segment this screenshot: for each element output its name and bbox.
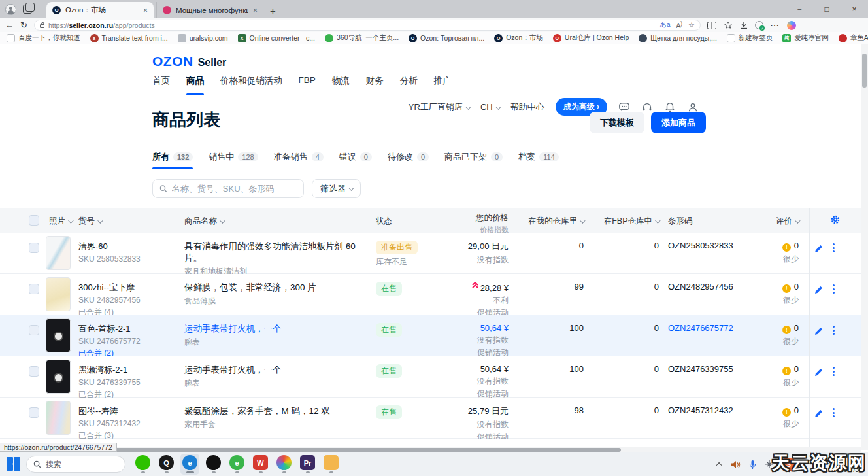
bookmark-item[interactable]: O Ozon：市场 [494, 33, 543, 42]
edit-pencil-button[interactable] [814, 285, 824, 295]
table-row[interactable]: 图岑--寿涛 SKU 2457312432 已合并 (3) 聚氨酯涂层，家务手套… [0, 398, 861, 439]
notifications-bell-icon[interactable] [664, 101, 676, 113]
bookmark-item[interactable]: a Translate text from i... [90, 34, 168, 42]
bookmark-item[interactable]: uralsvip.com [178, 34, 228, 42]
table-settings-gear-icon[interactable] [830, 214, 841, 225]
more-actions-button[interactable] [833, 326, 835, 335]
more-actions-button[interactable] [833, 284, 835, 294]
language-selector[interactable]: CH [480, 102, 499, 112]
refresh-icon[interactable]: ↻ [20, 20, 27, 30]
edit-pencil-button[interactable] [814, 367, 824, 377]
filter-tab[interactable]: 准备销售 4 [274, 151, 324, 169]
filters-button[interactable]: 筛选器 [312, 179, 361, 198]
new-tab-button[interactable]: + [270, 5, 276, 16]
edit-pencil-button[interactable] [814, 326, 824, 336]
start-button[interactable] [7, 457, 21, 471]
taskbar-app[interactable] [133, 454, 152, 475]
edit-pencil-button[interactable] [814, 244, 824, 254]
ozon-logo[interactable]: OZON [152, 54, 193, 69]
microphone-icon[interactable] [749, 460, 756, 469]
table-row[interactable]: 300zhi--宝下摩 SKU 2482957456 已合并 (4) 保鲜膜，包… [0, 274, 861, 315]
taskbar-app[interactable]: Q [157, 454, 176, 475]
browser360-icon[interactable] [276, 455, 292, 470]
browser-menu-icon[interactable]: ··· [771, 22, 780, 29]
search-input[interactable] [172, 184, 297, 194]
download-template-button[interactable]: 下载模板 [590, 112, 644, 133]
horizontal-scrollbar[interactable] [0, 447, 861, 452]
column-rating[interactable]: 评价 [752, 216, 799, 227]
product-image[interactable] [46, 360, 71, 394]
window-minimize-button[interactable]: − [786, 0, 813, 18]
collections-favorites-icon[interactable] [724, 21, 733, 29]
edge-icon[interactable]: e [182, 455, 197, 470]
row-checkbox[interactable] [29, 284, 39, 294]
bookmark-item[interactable]: 360导航_一个主页... [325, 33, 399, 42]
filter-tab[interactable]: 待修改 0 [388, 151, 429, 169]
column-name[interactable]: 商品名称 [184, 216, 224, 227]
product-name[interactable]: 运动手表带打火机，一个 [184, 364, 371, 376]
browser-tab-inactive[interactable]: Мощные многофункциональн... × [156, 2, 263, 18]
column-photo[interactable]: 照片 [49, 216, 72, 227]
more-actions-button[interactable] [833, 408, 835, 417]
nav-item[interactable]: FBP [299, 75, 316, 87]
product-search[interactable] [152, 179, 304, 198]
product-name[interactable]: 聚氨酯涂层，家务手套，M 码，12 双 [184, 405, 371, 417]
table-row[interactable]: ! [0, 439, 861, 447]
taskbar-app[interactable]: W [251, 454, 270, 475]
window-close-button[interactable]: × [841, 0, 868, 18]
filter-tab[interactable]: 商品已下架 0 [444, 151, 503, 169]
row-checkbox[interactable] [29, 243, 39, 253]
product-name[interactable]: 保鲜膜，包装，非常经济，300 片 [184, 282, 371, 294]
nav-item[interactable]: 首页 [152, 75, 170, 87]
filter-tab[interactable]: 档案 114 [518, 151, 559, 169]
nav-item[interactable]: 财务 [366, 75, 384, 87]
edit-pencil-button[interactable] [814, 409, 824, 418]
tray-expand-icon[interactable] [716, 462, 722, 468]
browser-tab-active[interactable]: O Ozon：市场 × [46, 2, 154, 18]
column-my-warehouse[interactable]: 在我的仓库里 [503, 216, 584, 227]
bookmark-item[interactable]: X Online converter - c... [238, 34, 315, 42]
bookmark-item[interactable]: 百度一下，你就知道 [7, 33, 80, 42]
table-row[interactable]: 清界-60 SKU 2580532833 具有消毒作用的强效多功能清洁地板片剂 … [0, 233, 861, 274]
product-image[interactable] [46, 401, 71, 435]
ie-icon[interactable]: e [229, 455, 244, 470]
vertical-scrollbar-thumb[interactable] [862, 54, 867, 88]
product-image[interactable] [46, 236, 71, 270]
vertical-scrollbar[interactable] [861, 44, 868, 450]
filter-tab[interactable]: 所有 132 [152, 151, 193, 169]
explorer-icon[interactable] [324, 455, 339, 470]
bookmark-item[interactable]: Щетка для посуды,... [639, 34, 717, 42]
product-image[interactable] [46, 318, 71, 352]
back-icon[interactable]: ← [5, 20, 14, 30]
wechat-icon[interactable] [135, 455, 150, 470]
adblock-extension-icon[interactable] [755, 21, 763, 29]
taskbar-app[interactable]: Pr [298, 454, 317, 475]
add-product-button[interactable]: 添加商品 [651, 112, 706, 133]
taskbar-search[interactable]: 搜索 [26, 456, 125, 473]
filter-tab[interactable]: 销售中 128 [209, 151, 258, 169]
address-bar[interactable]: https://seller.ozon.ru/app/products あa A… [34, 20, 701, 31]
taskbar-app[interactable] [275, 454, 293, 475]
product-name[interactable]: 具有消毒作用的强效多功能清洁地板片剂 60 片。 [184, 241, 371, 264]
support-headset-icon[interactable] [641, 101, 653, 113]
table-row[interactable]: 百色-首标-2-1 SKU 2476675772 已合并 (2) 运动手表带打火… [0, 315, 861, 356]
column-article[interactable]: 货号 [78, 216, 101, 227]
read-aloud-icon[interactable]: A) [676, 20, 682, 29]
favorite-star-icon[interactable]: ☆ [688, 21, 695, 29]
column-fbp-warehouse[interactable]: 在FBP仓库中 [585, 216, 659, 227]
more-actions-button[interactable] [833, 243, 835, 252]
chat-icon[interactable] [618, 101, 630, 113]
workspaces-icon[interactable] [23, 5, 32, 14]
lock-icon[interactable] [40, 24, 44, 28]
help-center-link[interactable]: 帮助中心 [510, 101, 544, 113]
filter-tab[interactable]: 错误 0 [339, 151, 372, 169]
nav-item[interactable]: 分析 [400, 75, 418, 87]
product-name[interactable]: 运动手表带打火机，一个 [184, 323, 371, 335]
row-checkbox[interactable] [29, 325, 39, 335]
bookmark-item[interactable]: 章鱼AI [839, 33, 868, 42]
copilot-icon[interactable] [787, 21, 796, 30]
nav-item[interactable]: 推广 [434, 75, 452, 87]
downloads-icon[interactable] [740, 21, 748, 29]
tab-close-icon[interactable]: × [253, 6, 258, 15]
premiere-icon[interactable]: Pr [300, 455, 315, 470]
